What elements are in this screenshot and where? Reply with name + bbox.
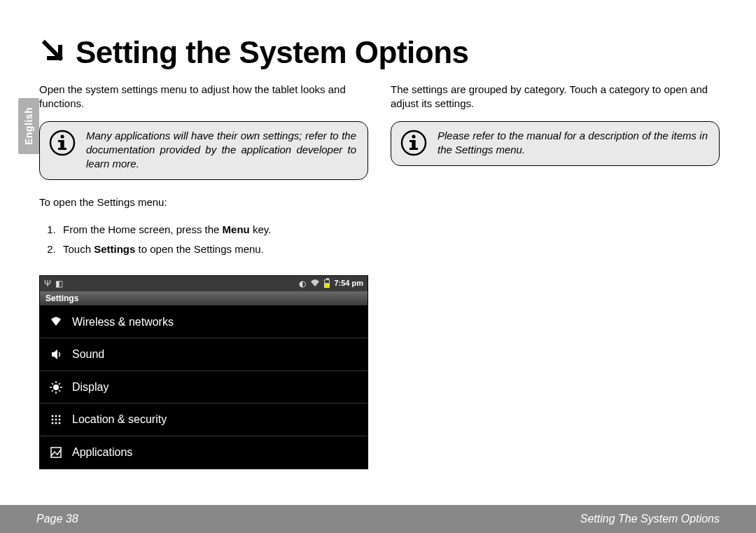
display-icon — [50, 381, 62, 394]
screenshot-titlebar: Settings — [40, 291, 368, 306]
svg-rect-27 — [410, 140, 414, 142]
settings-item-applications[interactable]: Applications — [40, 436, 368, 469]
svg-line-10 — [52, 383, 53, 385]
status-clock: 7:54 pm — [334, 278, 363, 289]
footer-section-label: Setting The System Options — [580, 513, 720, 525]
svg-point-16 — [59, 415, 61, 417]
svg-line-12 — [52, 390, 53, 392]
left-column: Open the system settings menu to adjust … — [39, 83, 368, 469]
settings-item-label: Display — [72, 380, 108, 395]
svg-point-22 — [59, 422, 61, 424]
page-title: Setting the System Options — [76, 35, 469, 70]
svg-line-11 — [59, 390, 60, 392]
svg-point-15 — [55, 415, 57, 417]
settings-item-label: Location & security — [72, 412, 167, 427]
right-intro: The settings are grouped by category. To… — [391, 83, 720, 111]
svg-point-19 — [59, 419, 61, 421]
arrow-down-right-icon — [39, 37, 67, 68]
svg-point-21 — [55, 422, 57, 424]
left-intro: Open the system settings menu to adjust … — [39, 83, 368, 111]
language-tab-label: English — [23, 107, 34, 145]
android-settings-screenshot: Ψ ◧ ◐ 7:54 pm Settings — [39, 275, 368, 469]
language-tab: English — [18, 98, 39, 154]
svg-point-18 — [55, 419, 57, 421]
step-1: From the Home screen, press the Menu key… — [59, 220, 368, 240]
steps-lead: To open the Settings menu: — [39, 195, 368, 209]
settings-item-label: Sound — [72, 347, 104, 362]
step-2: Touch Settings to open the Settings menu… — [59, 240, 368, 260]
location-icon — [50, 413, 62, 426]
svg-rect-3 — [58, 140, 63, 142]
applications-icon — [50, 446, 62, 459]
left-callout: Many applications will have their own se… — [39, 121, 368, 181]
svg-rect-28 — [410, 148, 418, 150]
steps-list: From the Home screen, press the Menu key… — [39, 220, 368, 260]
android-icon: ◧ — [55, 279, 63, 288]
left-callout-text: Many applications will have their own se… — [86, 129, 356, 172]
svg-point-17 — [52, 419, 54, 421]
sync-icon: ◐ — [299, 279, 306, 288]
page-title-row: Setting the System Options — [39, 35, 728, 70]
settings-item-sound[interactable]: Sound — [40, 338, 368, 371]
usb-icon: Ψ — [44, 279, 51, 288]
right-callout: Please refer to the manual for a descrip… — [391, 121, 720, 167]
info-icon — [48, 129, 76, 157]
info-icon — [400, 129, 428, 157]
svg-point-5 — [53, 385, 59, 390]
sound-icon — [50, 348, 62, 361]
settings-item-location[interactable]: Location & security — [40, 403, 368, 436]
right-callout-text: Please refer to the manual for a descrip… — [438, 129, 708, 158]
status-bar: Ψ ◧ ◐ 7:54 pm — [40, 276, 368, 291]
settings-item-wireless[interactable]: Wireless & networks — [40, 306, 368, 339]
battery-icon — [324, 279, 330, 288]
svg-point-25 — [412, 134, 415, 138]
svg-point-14 — [52, 415, 54, 417]
svg-line-13 — [59, 383, 60, 385]
svg-rect-4 — [58, 148, 66, 150]
wifi-icon — [50, 315, 62, 328]
svg-point-20 — [52, 422, 54, 424]
svg-point-1 — [60, 134, 64, 138]
settings-item-display[interactable]: Display — [40, 371, 368, 404]
settings-item-label: Applications — [72, 445, 132, 460]
wifi-status-icon — [310, 279, 320, 289]
settings-item-label: Wireless & networks — [72, 314, 174, 330]
footer-page-label: Page 38 — [36, 513, 78, 525]
right-column: The settings are grouped by category. To… — [391, 83, 720, 469]
page-footer: Page 38 Setting The System Options — [0, 505, 756, 533]
